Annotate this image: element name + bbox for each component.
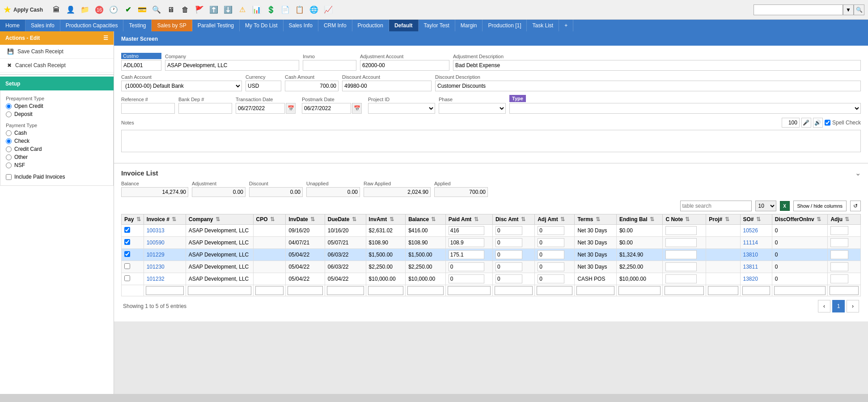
nsf-radio[interactable] [6, 163, 12, 168]
trash-icon[interactable]: 🗑 [179, 4, 191, 16]
currency-input[interactable] [246, 81, 281, 91]
cell-adju[interactable] [828, 249, 861, 261]
col-terms[interactable]: Terms ⇅ [575, 214, 617, 225]
type-select[interactable] [509, 103, 861, 114]
discount-account-input[interactable] [342, 81, 432, 91]
prev-page-btn[interactable]: ‹ [818, 300, 830, 312]
tab-sales-by-sp[interactable]: Sales by SP [152, 20, 192, 31]
search-invdate[interactable] [288, 286, 322, 295]
cell-pay[interactable] [122, 225, 144, 237]
global-search-go[interactable]: 🔍 [854, 4, 864, 15]
include-paid-checkbox[interactable] [6, 174, 12, 180]
cell-disc-amt[interactable] [492, 237, 534, 249]
search-disc-amt[interactable] [495, 286, 533, 295]
col-invamt[interactable]: InvAmt ⇅ [366, 214, 406, 225]
cell-paid-amt[interactable] [445, 261, 492, 273]
cash-radio[interactable] [6, 130, 12, 136]
volume-icon[interactable]: 🔊 [813, 118, 823, 128]
flag-icon[interactable]: 🚩 [193, 4, 206, 16]
credit-card-option[interactable]: Credit Card [6, 146, 108, 152]
include-paid-invoices[interactable]: Include Paid Invoices [6, 174, 108, 180]
adjustment-desc-input[interactable] [453, 60, 861, 71]
open-credit-option[interactable]: Open Credit [6, 103, 108, 109]
postmark-date-calendar[interactable]: 📅 [352, 103, 362, 114]
bank-dep-input[interactable] [178, 103, 232, 114]
cell-adj-amt[interactable] [535, 261, 575, 273]
person-icon[interactable]: 👤 [64, 4, 77, 16]
col-company[interactable]: Company ⇅ [186, 214, 253, 225]
check-radio[interactable] [6, 138, 12, 144]
cell-pay[interactable] [122, 261, 144, 273]
credit-card-radio[interactable] [6, 146, 12, 152]
tab-production1[interactable]: Production [1] [483, 20, 527, 31]
actions-menu-icon[interactable]: ☰ [103, 35, 108, 41]
tab-plus[interactable]: + [559, 20, 573, 31]
cell-disc-amt[interactable] [492, 225, 534, 237]
transaction-date-calendar[interactable]: 📅 [286, 103, 296, 114]
magnify-icon[interactable]: 🔍 [150, 4, 163, 16]
search-paid-amt[interactable] [448, 286, 491, 295]
col-proj[interactable]: Proj# ⇅ [706, 214, 740, 225]
search-proj[interactable] [708, 286, 738, 295]
check-option[interactable]: Check [6, 138, 108, 144]
discount-desc-input[interactable] [435, 81, 861, 91]
spell-check-label[interactable]: Spell Check [825, 117, 861, 128]
col-pay[interactable]: Pay ⇅ [122, 214, 144, 225]
search-company[interactable] [188, 286, 251, 295]
project-id-select[interactable] [368, 103, 435, 114]
check-green-icon[interactable]: ✔ [122, 4, 134, 16]
col-adju[interactable]: Adju ⇅ [828, 214, 861, 225]
search-adj-amt[interactable] [537, 286, 572, 295]
dollar-icon[interactable]: 💲 [265, 4, 277, 16]
mic-icon[interactable]: 🎤 [801, 118, 811, 128]
cell-adju[interactable] [828, 225, 861, 237]
deposit-option[interactable]: Deposit [6, 111, 108, 117]
search-so[interactable] [742, 286, 770, 295]
cell-disc-amt[interactable] [492, 273, 534, 285]
pay-checkbox-0[interactable] [124, 227, 130, 233]
invno-input[interactable] [303, 60, 356, 71]
tab-task-list[interactable]: Task List [527, 20, 559, 31]
search-invoice[interactable] [146, 286, 184, 295]
global-search-button[interactable]: ▼ [843, 4, 854, 15]
col-cpo[interactable]: CPO ⇅ [253, 214, 286, 225]
excel-export-icon[interactable]: X [780, 201, 790, 211]
notes-textarea[interactable] [121, 130, 861, 152]
tab-my-to-do-list[interactable]: My To Do List [240, 20, 283, 31]
reference-input[interactable] [121, 103, 175, 114]
spell-check-checkbox[interactable] [825, 117, 830, 128]
upload-icon[interactable]: ⬆️ [207, 4, 220, 16]
show-hide-columns-btn[interactable]: Show / hide columns [793, 201, 847, 211]
open-credit-radio[interactable] [6, 103, 12, 109]
col-ending-bal[interactable]: Ending Bal ⇅ [616, 214, 663, 225]
adjustment-account-input[interactable] [360, 60, 449, 71]
deposit-radio[interactable] [6, 111, 12, 117]
tab-parallel-testing[interactable]: Parallel Testing [192, 20, 240, 31]
tab-sales-info2[interactable]: Sales Info [284, 20, 318, 31]
save-cash-receipt-btn[interactable]: 💾 Save Cash Receipt [0, 45, 114, 59]
bank-icon[interactable]: 🏛 [50, 4, 63, 16]
cell-adju[interactable] [828, 261, 861, 273]
cell-disc-amt[interactable] [492, 261, 534, 273]
cell-c-note[interactable] [663, 237, 706, 249]
tab-production[interactable]: Production [352, 20, 389, 31]
cell-paid-amt[interactable] [445, 237, 492, 249]
table-search-input[interactable] [680, 201, 752, 211]
col-adj-amt[interactable]: Adj Amt ⇅ [535, 214, 575, 225]
cell-adj-amt[interactable] [535, 249, 575, 261]
pay-checkbox-1[interactable] [124, 239, 130, 245]
cell-adj-amt[interactable] [535, 273, 575, 285]
cell-c-note[interactable] [663, 273, 706, 285]
collapse-invoice-btn[interactable]: ⌄ [855, 169, 861, 177]
phase-select[interactable] [439, 103, 506, 114]
custno-input[interactable] [121, 60, 161, 71]
tab-testing[interactable]: Testing [123, 20, 152, 31]
rows-per-page-select[interactable]: 10 25 50 100 [755, 201, 776, 211]
monitor-icon[interactable]: 🖥 [165, 4, 177, 16]
notes-num-input[interactable] [782, 118, 800, 128]
cell-adju[interactable] [828, 237, 861, 249]
global-search-input[interactable] [754, 4, 843, 15]
cell-pay[interactable] [122, 249, 144, 261]
company-input[interactable] [165, 60, 299, 71]
cancel-cash-receipt-btn[interactable]: ✖ Cancel Cash Receipt [0, 59, 114, 73]
